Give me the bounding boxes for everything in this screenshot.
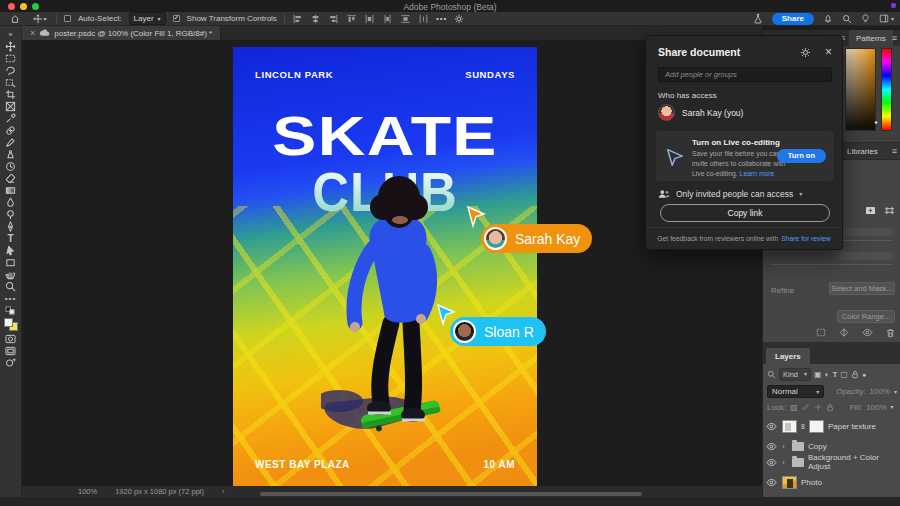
add-mask-icon[interactable] bbox=[865, 206, 876, 215]
hue-slider-arrow-icon[interactable]: ▸ bbox=[875, 118, 878, 125]
gradient-tool[interactable] bbox=[2, 184, 20, 196]
tab-layers[interactable]: Layers bbox=[766, 348, 810, 364]
layer-row-photo[interactable]: Photo bbox=[763, 472, 900, 492]
horizontal-scrollbar[interactable] bbox=[260, 492, 642, 496]
move-tool-preset-icon[interactable]: ▾ bbox=[31, 13, 49, 25]
color-picker-gradient[interactable] bbox=[845, 48, 876, 131]
layer-visibility-eye-icon[interactable] bbox=[766, 458, 778, 467]
workspace-settings-gear-icon[interactable] bbox=[454, 14, 464, 24]
layer-row-background-group[interactable]: › Background + Color Adjust bbox=[763, 454, 900, 470]
collaborator-pill-sarah[interactable]: Sarah Kay bbox=[481, 224, 592, 253]
collapse-panel-chevrons-icon[interactable]: » bbox=[2, 28, 20, 40]
path-selection-tool[interactable] bbox=[2, 244, 20, 256]
lock-move-icon[interactable] bbox=[814, 403, 822, 411]
object-selection-tool[interactable] bbox=[2, 76, 20, 88]
tab-libraries[interactable]: Libraries bbox=[847, 147, 878, 156]
distribute-center-icon[interactable] bbox=[382, 14, 393, 24]
filter-toggle-icon[interactable]: ● bbox=[862, 371, 866, 378]
expand-group-icon[interactable]: › bbox=[782, 442, 788, 451]
quick-mask-icon[interactable] bbox=[2, 333, 20, 345]
fill-value[interactable]: 100% bbox=[866, 403, 886, 412]
auto-select-target-dropdown[interactable]: Layer▾ bbox=[129, 12, 166, 25]
poster-artwork[interactable]: LINCOLN PARK SUNDAYS SKATE CLUB bbox=[233, 47, 537, 488]
layer-filter-kind-dropdown[interactable]: Kind▾ bbox=[779, 368, 811, 381]
panel-menu-icon[interactable]: ≡ bbox=[892, 146, 897, 156]
eraser-tool[interactable] bbox=[2, 172, 20, 184]
more-options-icon[interactable]: ••• bbox=[436, 14, 447, 23]
mask-link-icon[interactable]: 8 bbox=[801, 423, 805, 430]
layer-name[interactable]: Photo bbox=[801, 478, 822, 487]
filter-pixel-layers-icon[interactable]: ▣ bbox=[814, 370, 822, 379]
access-setting-row[interactable]: Only invited people can access ▾ bbox=[658, 189, 802, 199]
align-center-h-icon[interactable] bbox=[310, 14, 321, 24]
document-tab[interactable]: × poster.psdc @ 100% (Color Fill 1, RGB/… bbox=[22, 26, 221, 40]
screen-mode-icon[interactable] bbox=[2, 345, 20, 357]
learn-more-link[interactable]: Learn more bbox=[740, 170, 775, 177]
align-right-icon[interactable] bbox=[328, 14, 339, 24]
blend-mode-dropdown[interactable]: Normal▾ bbox=[767, 385, 824, 398]
blur-tool[interactable] bbox=[2, 196, 20, 208]
zoom-level[interactable]: 100% bbox=[78, 487, 97, 496]
layer-name[interactable]: Copy bbox=[808, 442, 827, 451]
lasso-tool[interactable] bbox=[2, 64, 20, 76]
close-tab-icon[interactable]: × bbox=[30, 28, 35, 38]
turn-on-button[interactable]: Turn on bbox=[777, 149, 826, 163]
layer-thumbnail[interactable] bbox=[782, 476, 797, 489]
layer-name[interactable]: Paper texture bbox=[828, 422, 876, 431]
mask-visibility-eye-icon[interactable] bbox=[862, 328, 873, 338]
distribute-width-icon[interactable] bbox=[418, 14, 429, 24]
filter-shape-layers-icon[interactable]: ▢ bbox=[840, 370, 848, 379]
copy-link-button[interactable]: Copy link bbox=[660, 204, 830, 222]
dodge-tool[interactable] bbox=[2, 208, 20, 220]
frame-tool[interactable] bbox=[2, 100, 20, 112]
pen-tool[interactable] bbox=[2, 220, 20, 232]
foreground-background-swatches[interactable] bbox=[4, 318, 18, 331]
default-colors-icon[interactable] bbox=[2, 304, 20, 316]
filter-smart-objects-icon[interactable] bbox=[851, 370, 859, 379]
panel-menu-icon[interactable]: ≡ bbox=[892, 33, 897, 43]
handoff-icon[interactable] bbox=[2, 357, 20, 369]
type-tool[interactable]: T bbox=[2, 232, 20, 244]
layer-row-paper-texture[interactable]: 8 Paper texture bbox=[763, 416, 900, 436]
tab-patterns[interactable]: Patterns bbox=[849, 30, 893, 46]
share-settings-gear-icon[interactable] bbox=[800, 47, 811, 58]
status-expand-icon[interactable]: › bbox=[222, 487, 225, 496]
notifications-bell-icon[interactable] bbox=[823, 13, 833, 24]
filter-type-layers-icon[interactable]: T bbox=[832, 370, 837, 379]
expand-group-icon[interactable]: › bbox=[782, 458, 788, 467]
eyedropper-tool[interactable] bbox=[2, 112, 20, 124]
healing-brush-tool[interactable] bbox=[2, 124, 20, 136]
layer-row-copy-group[interactable]: › Copy bbox=[763, 438, 900, 454]
layer-mask-thumbnail[interactable] bbox=[809, 420, 824, 433]
zoom-tool[interactable] bbox=[2, 280, 20, 292]
hand-tool[interactable] bbox=[2, 268, 20, 280]
crop-tool[interactable] bbox=[2, 88, 20, 100]
layer-thumbnail[interactable] bbox=[782, 420, 797, 433]
home-icon[interactable] bbox=[6, 13, 24, 25]
move-tool[interactable] bbox=[2, 40, 20, 52]
share-button[interactable]: Share bbox=[772, 13, 814, 25]
invert-mask-icon[interactable] bbox=[839, 328, 849, 338]
share-for-review-link[interactable]: Share for review bbox=[781, 235, 831, 242]
delete-mask-trash-icon[interactable] bbox=[886, 328, 895, 338]
layer-name[interactable]: Background + Color Adjust bbox=[808, 453, 898, 471]
search-icon[interactable] bbox=[842, 14, 852, 24]
layer-visibility-eye-icon[interactable] bbox=[766, 478, 778, 487]
edit-toolbar-icon[interactable]: ••• bbox=[2, 292, 20, 304]
brush-tool[interactable] bbox=[2, 136, 20, 148]
collaborator-pill-sloan[interactable]: Sloan R bbox=[450, 317, 546, 346]
lock-transparent-icon[interactable]: ▨ bbox=[790, 403, 798, 412]
clone-stamp-tool[interactable] bbox=[2, 148, 20, 160]
close-dialog-icon[interactable]: × bbox=[825, 45, 832, 59]
selection-border-icon[interactable] bbox=[816, 328, 826, 338]
align-top-icon[interactable] bbox=[346, 14, 357, 24]
auto-select-checkbox[interactable] bbox=[64, 15, 71, 22]
select-and-mask-button[interactable]: Select and Mask... bbox=[829, 282, 895, 295]
layer-filter-search-icon[interactable] bbox=[767, 370, 776, 379]
layer-visibility-eye-icon[interactable] bbox=[766, 442, 778, 451]
beta-flask-icon[interactable] bbox=[753, 13, 763, 24]
discover-bulb-icon[interactable] bbox=[861, 13, 870, 24]
history-brush-tool[interactable] bbox=[2, 160, 20, 172]
distribute-left-icon[interactable] bbox=[364, 14, 375, 24]
lock-paint-icon[interactable] bbox=[802, 403, 810, 411]
